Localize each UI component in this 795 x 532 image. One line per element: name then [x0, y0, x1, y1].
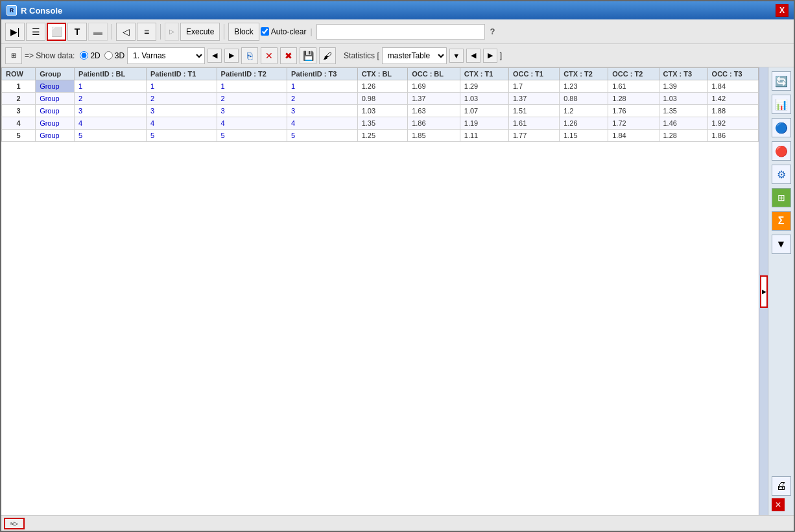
radio-3d-label: 3D — [115, 51, 125, 60]
cell-group: Group — [36, 130, 75, 142]
cell-occ-t1: 1.7 — [508, 80, 559, 93]
cell-occ-t3: 1.42 — [707, 93, 758, 105]
cell-pid-t2: 4 — [217, 117, 287, 130]
cell-occ-t3: 1.92 — [707, 117, 758, 130]
cell-ctx-t3: 1.46 — [659, 117, 707, 130]
stats-close-bracket: ] — [500, 51, 502, 60]
cell-ctx-t3: 1.03 — [659, 93, 707, 105]
text-btn[interactable]: T — [67, 23, 87, 41]
autoclear-input[interactable] — [261, 27, 269, 36]
rp-grid-btn[interactable]: ⊞ — [772, 188, 791, 207]
show-data-icon[interactable]: ⊞ — [5, 47, 22, 64]
collapse-indicator[interactable]: ▶ — [760, 275, 768, 308]
cell-ctx-t2: 1.2 — [560, 105, 608, 117]
radio-2d[interactable]: 2D — [80, 51, 100, 60]
table-row: 1 Group 1 1 1 1 1.26 1.69 1.29 1.7 1.23 … — [2, 80, 759, 93]
rp-more-btn[interactable]: ▼ — [772, 235, 791, 254]
save-icon-btn[interactable]: 💾 — [300, 47, 316, 64]
copy-icon-btn[interactable]: ⎘ — [241, 47, 258, 64]
delete-icon-btn[interactable]: ✕ — [261, 47, 278, 64]
grid-btn[interactable]: ☰ — [26, 23, 45, 41]
cell-occ-bl: 1.86 — [408, 117, 460, 130]
collapse-strip[interactable]: ▶ — [759, 67, 768, 515]
bottom-bar: ≈▷ — [1, 515, 794, 531]
cell-pid-t2: 5 — [217, 130, 287, 142]
data-table: ROW Group PatientID : BL PatientID : T1 … — [1, 67, 759, 142]
cell-group: Group — [36, 117, 75, 130]
back-btn[interactable]: ◁ — [116, 23, 136, 41]
cell-occ-t1: 1.77 — [508, 130, 559, 142]
cell-occ-t3: 1.86 — [707, 130, 758, 142]
square-btn[interactable]: ⬜ — [47, 23, 66, 41]
rp-print-btn[interactable]: 🖨 — [772, 476, 791, 496]
col-header-pid-t1: PatientID : T1 — [147, 68, 217, 80]
autoclear-checkbox[interactable]: Auto-clear — [261, 27, 307, 36]
prev-dataset-btn[interactable]: ◀ — [208, 49, 222, 63]
run-icon-btn[interactable]: ▷ — [165, 23, 179, 41]
show-data-label: => Show data: — [25, 51, 75, 60]
col-header-occ-t1: OCC : T1 — [508, 68, 559, 80]
block-button[interactable]: Block — [228, 23, 259, 41]
cell-occ-t2: 1.28 — [608, 93, 659, 105]
cell-pid-t2: 1 — [217, 80, 287, 93]
app-icon: R — [6, 5, 17, 16]
content-area: ROW Group PatientID : BL PatientID : T1 … — [1, 67, 759, 515]
cell-pid-bl: 5 — [75, 130, 147, 142]
main-area: ROW Group PatientID : BL PatientID : T1 … — [1, 67, 794, 515]
col-header-pid-t3: PatientID : T3 — [287, 68, 358, 80]
close-button[interactable]: X — [776, 4, 789, 17]
cell-ctx-bl: 0.98 — [357, 93, 407, 105]
data-table-container[interactable]: ROW Group PatientID : BL PatientID : T1 … — [1, 67, 759, 515]
view-mode-radio: 2D 3D — [80, 51, 125, 60]
cell-occ-t1: 1.61 — [508, 117, 559, 130]
main-window: R R Console X ▶| ☰ ⬜ T ▬ ◁ ≡ ▷ Execute B… — [0, 0, 795, 532]
statistics-select[interactable]: masterTable — [382, 47, 447, 64]
sep2 — [160, 24, 161, 40]
execute-button[interactable]: Execute — [180, 23, 220, 41]
radio-3d-input[interactable] — [104, 51, 113, 60]
table-row: 5 Group 5 5 5 5 1.25 1.85 1.11 1.77 1.15… — [2, 130, 759, 142]
radio-2d-input[interactable] — [80, 51, 88, 60]
brush-icon-btn[interactable]: 🖌 — [319, 47, 336, 64]
rp-blue-btn[interactable]: 🔵 — [772, 118, 791, 137]
next-dataset-btn[interactable]: ▶ — [224, 49, 239, 63]
cell-ctx-bl: 1.25 — [357, 130, 407, 142]
cell-ctx-bl: 1.26 — [357, 80, 407, 93]
main-toolbar: ▶| ☰ ⬜ T ▬ ◁ ≡ ▷ Execute Block Auto-clea… — [1, 19, 794, 44]
dataset-select[interactable]: 1. Varnas — [127, 47, 205, 64]
cell-ctx-t2: 0.88 — [560, 93, 608, 105]
rp-chart-btn[interactable]: 📊 — [772, 95, 791, 114]
rp-refresh-btn[interactable]: 🔄 — [772, 71, 791, 91]
stats-dropdown-btn[interactable]: ▼ — [449, 49, 464, 63]
help-button[interactable]: ? — [486, 25, 499, 38]
cell-row-num: 5 — [2, 130, 36, 142]
bottom-icon-btn[interactable]: ≈▷ — [4, 518, 25, 529]
cell-ctx-t1: 1.19 — [460, 117, 508, 130]
stats-prev-btn[interactable]: ◀ — [466, 49, 481, 63]
stats-next-btn[interactable]: ▶ — [483, 49, 497, 63]
cell-ctx-t2: 1.15 — [560, 130, 608, 142]
cell-occ-t2: 1.84 — [608, 130, 659, 142]
table-body: 1 Group 1 1 1 1 1.26 1.69 1.29 1.7 1.23 … — [2, 80, 759, 142]
cell-pid-bl: 3 — [75, 105, 147, 117]
rp-sigma-btn[interactable]: Σ — [772, 211, 791, 231]
sep1 — [112, 24, 112, 40]
cell-pid-t2: 2 — [217, 93, 287, 105]
cell-occ-bl: 1.63 — [408, 105, 460, 117]
console-icon-btn[interactable]: ▶| — [5, 23, 25, 41]
cell-occ-t2: 1.76 — [608, 105, 659, 117]
rp-connect-btn[interactable]: ⚙ — [772, 165, 791, 184]
cell-occ-t1: 1.37 — [508, 93, 559, 105]
rp-close-btn[interactable]: ✕ — [772, 498, 785, 511]
rp-red-btn[interactable]: 🔴 — [772, 141, 791, 161]
cell-ctx-t1: 1.11 — [460, 130, 508, 142]
pipe-sep: | — [310, 27, 312, 36]
radio-3d[interactable]: 3D — [104, 51, 125, 60]
list-btn[interactable]: ≡ — [137, 23, 156, 41]
block-icon-btn[interactable]: ▬ — [88, 23, 108, 41]
cell-pid-t3: 1 — [287, 80, 358, 93]
search-input[interactable] — [316, 24, 485, 40]
cross-icon-btn[interactable]: ✖ — [280, 47, 297, 64]
cell-ctx-t2: 1.26 — [560, 117, 608, 130]
cell-row-num: 3 — [2, 105, 36, 117]
